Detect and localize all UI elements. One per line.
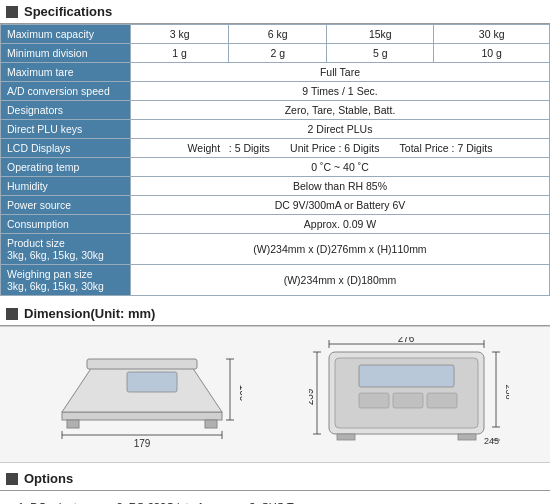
svg-rect-19 (427, 393, 457, 408)
table-row: Product size 3kg, 6kg, 15kg, 30kg (W)234… (1, 234, 550, 265)
row-label: LCD Displays (1, 139, 131, 158)
row-value: 6 kg (229, 25, 327, 44)
row-value: 2 g (229, 44, 327, 63)
row-value: Full Tare (131, 63, 550, 82)
row-label: Minimum division (1, 44, 131, 63)
row-value: (W)234mm x (D)276mm x (H)110mm (131, 234, 550, 265)
svg-text:100: 100 (238, 385, 242, 402)
row-value: 3 kg (131, 25, 229, 44)
table-row: LCD Displays Weight : 5 Digits Unit Pric… (1, 139, 550, 158)
row-label: Weighing pan size 3kg, 6kg, 15kg, 30kg (1, 265, 131, 296)
row-value: DC 9V/300mA or Battery 6V (131, 196, 550, 215)
opt-title: Options (24, 471, 73, 486)
svg-text:236: 236 (504, 384, 509, 399)
row-label: Maximum tare (1, 63, 131, 82)
spec-section-header: Specifications (0, 0, 550, 24)
svg-rect-16 (359, 365, 454, 387)
row-label: Power source (1, 196, 131, 215)
table-row: Humidity Below than RH 85% (1, 177, 550, 196)
spec-title: Specifications (24, 4, 112, 19)
row-value: 2 Direct PLUs (131, 120, 550, 139)
svg-text:239: 239 (309, 388, 315, 405)
row-value: (W)234mm x (D)180mm (131, 265, 550, 296)
table-row: Maximum capacity 3 kg 6 kg 15kg 30 kg (1, 25, 550, 44)
table-row: Direct PLU keys 2 Direct PLUs (1, 120, 550, 139)
opt-section-header: Options (0, 467, 550, 491)
table-row: Power source DC 9V/300mA or Battery 6V (1, 196, 550, 215)
row-label: Designators (1, 101, 131, 120)
right-diagram: 276 239 236 245 (309, 337, 509, 452)
table-row: Designators Zero, Tare, Stable, Batt. (1, 101, 550, 120)
opt-icon (6, 473, 18, 485)
svg-rect-4 (87, 359, 197, 369)
row-value: 10 g (434, 44, 550, 63)
dim-icon (6, 308, 18, 320)
spec-icon (6, 6, 18, 18)
row-label: Product size 3kg, 6kg, 15kg, 30kg (1, 234, 131, 265)
svg-rect-1 (67, 420, 79, 428)
table-row: Consumption Approx. 0.09 W (1, 215, 550, 234)
row-value: 1 g (131, 44, 229, 63)
row-value: Zero, Tare, Stable, Batt. (131, 101, 550, 120)
row-value: 30 kg (434, 25, 550, 44)
table-row: Operating temp 0 ˚C ~ 40 ˚C (1, 158, 550, 177)
row-label: A/D conversion speed (1, 82, 131, 101)
svg-rect-5 (127, 372, 177, 392)
table-row: Minimum division 1 g 2 g 5 g 10 g (1, 44, 550, 63)
row-label: Consumption (1, 215, 131, 234)
left-diagram: 179 100 (42, 337, 242, 452)
dimension-area: 179 100 276 (0, 326, 550, 463)
table-row: A/D conversion speed 9 Times / 1 Sec. (1, 82, 550, 101)
options-area: 1. DC adaptor 2. RS-232C interface 3. SU… (0, 491, 550, 504)
row-value: Below than RH 85% (131, 177, 550, 196)
svg-rect-0 (62, 412, 222, 420)
row-value: 0 ˚C ~ 40 ˚C (131, 158, 550, 177)
row-label: Direct PLU keys (1, 120, 131, 139)
table-row: Maximum tare Full Tare (1, 63, 550, 82)
svg-rect-2 (205, 420, 217, 428)
svg-rect-17 (359, 393, 389, 408)
row-label: Maximum capacity (1, 25, 131, 44)
table-row: Weighing pan size 3kg, 6kg, 15kg, 30kg (… (1, 265, 550, 296)
row-label: Operating temp (1, 158, 131, 177)
spec-table: Maximum capacity 3 kg 6 kg 15kg 30 kg Mi… (0, 24, 550, 296)
row-label: Humidity (1, 177, 131, 196)
dim-title: Dimension(Unit: mm) (24, 306, 155, 321)
dim-section-header: Dimension(Unit: mm) (0, 302, 550, 326)
row-value: 15kg (327, 25, 434, 44)
svg-text:276: 276 (397, 337, 414, 344)
svg-rect-20 (337, 434, 355, 440)
row-value: Weight : 5 Digits Unit Price : 6 Digits … (131, 139, 550, 158)
row-value: 9 Times / 1 Sec. (131, 82, 550, 101)
svg-text:179: 179 (133, 438, 150, 449)
options-list: 1. DC adaptor 2. RS-232C interface 3. SU… (8, 495, 542, 504)
svg-rect-18 (393, 393, 423, 408)
svg-rect-21 (458, 434, 476, 440)
svg-text:245: 245 (484, 436, 499, 446)
row-value: Approx. 0.09 W (131, 215, 550, 234)
row-value: 5 g (327, 44, 434, 63)
